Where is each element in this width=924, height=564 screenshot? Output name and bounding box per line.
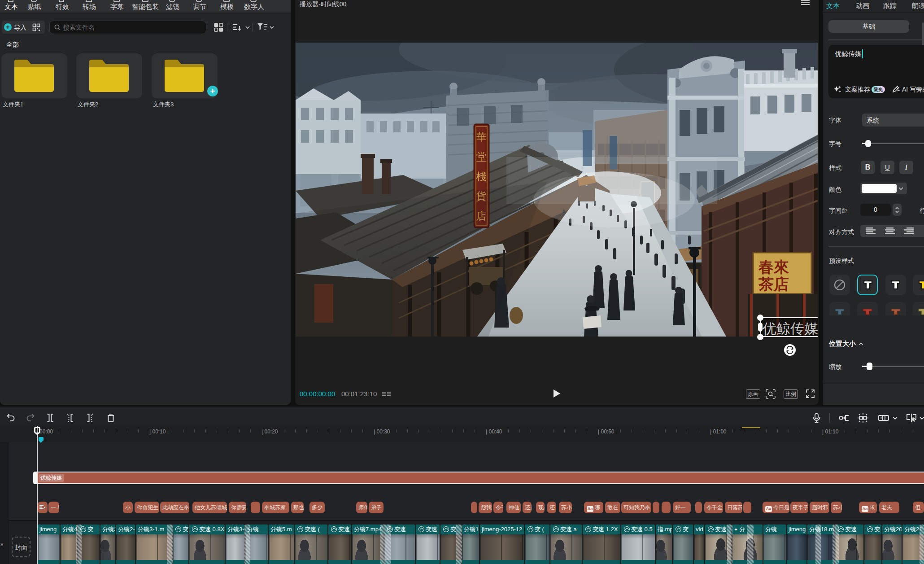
svg-text:棧: 棧 <box>476 171 487 182</box>
svg-text:堂: 堂 <box>476 151 487 162</box>
svg-text:華: 華 <box>476 131 487 143</box>
svg-text:茶店: 茶店 <box>758 275 789 293</box>
svg-text:春來: 春來 <box>758 258 789 275</box>
